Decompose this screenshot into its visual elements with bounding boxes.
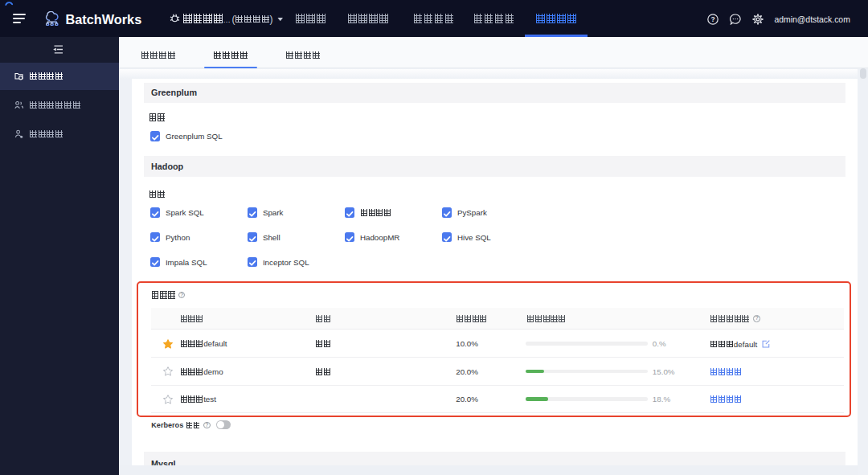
svg-text:?: ? <box>710 15 714 23</box>
